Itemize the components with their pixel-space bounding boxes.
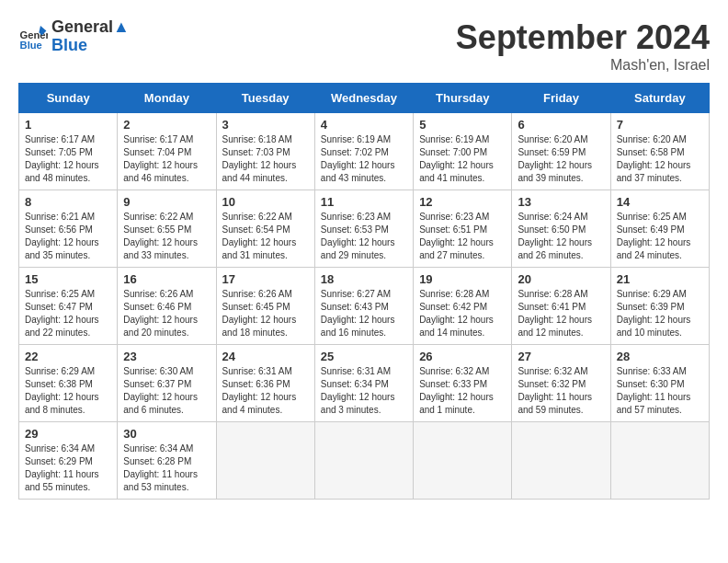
calendar-cell: 30Sunrise: 6:34 AMSunset: 6:28 PMDayligh… — [118, 422, 216, 500]
calendar-cell: 2Sunrise: 6:17 AMSunset: 7:04 PMDaylight… — [118, 113, 216, 190]
calendar-cell: 1Sunrise: 6:17 AMSunset: 7:05 PMDaylight… — [19, 113, 118, 190]
col-saturday: Saturday — [610, 84, 709, 113]
calendar-week: 29Sunrise: 6:34 AMSunset: 6:29 PMDayligh… — [19, 422, 710, 500]
calendar-cell: 21Sunrise: 6:29 AMSunset: 6:39 PMDayligh… — [610, 268, 709, 345]
calendar-cell: 4Sunrise: 6:19 AMSunset: 7:02 PMDaylight… — [314, 113, 413, 190]
calendar-cell-empty — [610, 422, 709, 500]
calendar-cell-empty — [414, 422, 512, 500]
calendar-cell: 24Sunrise: 6:31 AMSunset: 6:36 PMDayligh… — [216, 345, 314, 422]
calendar-body: 1Sunrise: 6:17 AMSunset: 7:05 PMDaylight… — [19, 113, 710, 500]
calendar-cell: 3Sunrise: 6:18 AMSunset: 7:03 PMDaylight… — [216, 113, 314, 190]
calendar-cell: 12Sunrise: 6:23 AMSunset: 6:51 PMDayligh… — [414, 190, 512, 268]
col-friday: Friday — [512, 84, 610, 113]
col-wednesday: Wednesday — [314, 84, 413, 113]
calendar-cell: 28Sunrise: 6:33 AMSunset: 6:30 PMDayligh… — [610, 345, 709, 422]
logo: General Blue General▲ Blue — [18, 18, 130, 55]
calendar-cell: 26Sunrise: 6:32 AMSunset: 6:33 PMDayligh… — [414, 345, 512, 422]
calendar-cell: 29Sunrise: 6:34 AMSunset: 6:29 PMDayligh… — [19, 422, 118, 500]
calendar-cell: 20Sunrise: 6:28 AMSunset: 6:41 PMDayligh… — [512, 268, 610, 345]
calendar-week: 22Sunrise: 6:29 AMSunset: 6:38 PMDayligh… — [19, 345, 710, 422]
calendar-cell: 8Sunrise: 6:21 AMSunset: 6:56 PMDaylight… — [19, 190, 118, 268]
page-header: General Blue General▲ Blue September 202… — [18, 18, 710, 74]
calendar-week: 8Sunrise: 6:21 AMSunset: 6:56 PMDaylight… — [19, 190, 710, 268]
col-monday: Monday — [118, 84, 216, 113]
calendar-cell-empty — [314, 422, 413, 500]
calendar-week: 15Sunrise: 6:25 AMSunset: 6:47 PMDayligh… — [19, 268, 710, 345]
calendar-cell: 19Sunrise: 6:28 AMSunset: 6:42 PMDayligh… — [414, 268, 512, 345]
calendar-cell: 10Sunrise: 6:22 AMSunset: 6:54 PMDayligh… — [216, 190, 314, 268]
calendar-cell: 16Sunrise: 6:26 AMSunset: 6:46 PMDayligh… — [118, 268, 216, 345]
calendar-cell-empty — [512, 422, 610, 500]
calendar-cell: 14Sunrise: 6:25 AMSunset: 6:49 PMDayligh… — [610, 190, 709, 268]
calendar-cell: 5Sunrise: 6:19 AMSunset: 7:00 PMDaylight… — [414, 113, 512, 190]
calendar-cell: 25Sunrise: 6:31 AMSunset: 6:34 PMDayligh… — [314, 345, 413, 422]
calendar-cell: 7Sunrise: 6:20 AMSunset: 6:58 PMDaylight… — [610, 113, 709, 190]
col-tuesday: Tuesday — [216, 84, 314, 113]
calendar-cell: 27Sunrise: 6:32 AMSunset: 6:32 PMDayligh… — [512, 345, 610, 422]
calendar-cell-empty — [216, 422, 314, 500]
calendar-cell: 22Sunrise: 6:29 AMSunset: 6:38 PMDayligh… — [19, 345, 118, 422]
calendar-cell: 17Sunrise: 6:26 AMSunset: 6:45 PMDayligh… — [216, 268, 314, 345]
calendar-cell: 6Sunrise: 6:20 AMSunset: 6:59 PMDaylight… — [512, 113, 610, 190]
logo-text: General▲ Blue — [51, 18, 130, 55]
col-thursday: Thursday — [414, 84, 512, 113]
calendar-cell: 18Sunrise: 6:27 AMSunset: 6:43 PMDayligh… — [314, 268, 413, 345]
svg-text:Blue: Blue — [20, 40, 42, 51]
month-title: September 2024 — [456, 18, 710, 57]
calendar-week: 1Sunrise: 6:17 AMSunset: 7:05 PMDaylight… — [19, 113, 710, 190]
header-row: Sunday Monday Tuesday Wednesday Thursday… — [19, 84, 710, 113]
calendar-cell: 11Sunrise: 6:23 AMSunset: 6:53 PMDayligh… — [314, 190, 413, 268]
calendar-cell: 15Sunrise: 6:25 AMSunset: 6:47 PMDayligh… — [19, 268, 118, 345]
calendar-cell: 13Sunrise: 6:24 AMSunset: 6:50 PMDayligh… — [512, 190, 610, 268]
calendar-cell: 23Sunrise: 6:30 AMSunset: 6:37 PMDayligh… — [118, 345, 216, 422]
location: Mash'en, Israel — [456, 57, 710, 74]
title-block: September 2024 Mash'en, Israel — [456, 18, 710, 74]
calendar-table: Sunday Monday Tuesday Wednesday Thursday… — [18, 83, 710, 500]
col-sunday: Sunday — [19, 84, 118, 113]
logo-icon: General Blue — [18, 22, 48, 52]
calendar-cell: 9Sunrise: 6:22 AMSunset: 6:55 PMDaylight… — [118, 190, 216, 268]
